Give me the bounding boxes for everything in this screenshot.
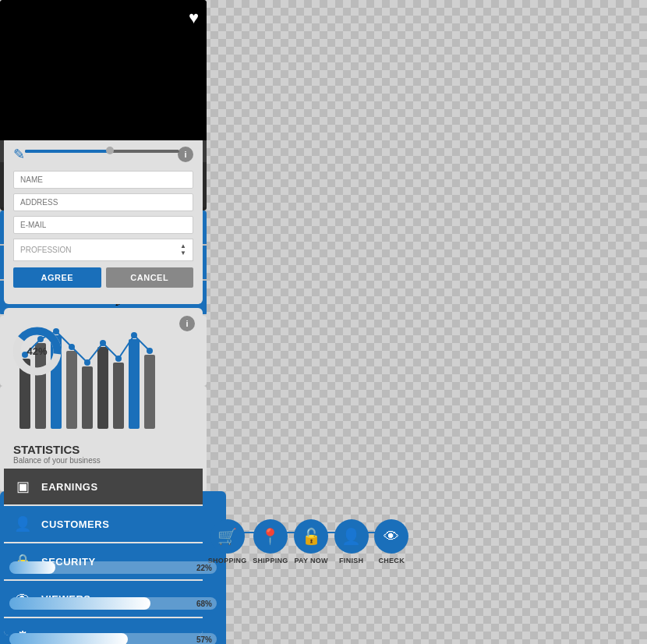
menu-customers-label: CUSTOMERS [41,518,109,530]
bnav-check[interactable]: 👁 CHECK [374,519,408,564]
finish-label: FINISH [339,557,363,564]
donut-chart: 42% [12,326,62,377]
music-pct: 57% [196,635,212,644]
bnav-shopping[interactable]: 🛒 SHOPPING [208,519,247,564]
stats-title: STATISTICS [13,443,193,456]
menu-item-customers[interactable]: 👤 CUSTOMERS [4,506,203,542]
music-progress-track: 57% [9,633,217,644]
donut-label: 42% [27,345,47,357]
shipping-icon-circle[interactable]: 📍 [253,519,288,554]
images-pct: 68% [196,600,212,608]
svg-point-14 [69,344,75,350]
images-progress-track: 68% [9,597,217,610]
email-field[interactable] [13,216,193,234]
bottom-nav: 🛒 SHOPPING 📍 SHIPPING 🔓 PAY NOW 👤 FINISH… [205,515,412,569]
profession-placeholder: PROFESSION [20,246,72,254]
stats-subtitle: Balance of your business [13,456,193,465]
bnav-paynow[interactable]: 🔓 PAY NOW [294,519,328,564]
paynow-icon-circle[interactable]: 🔓 [294,519,328,554]
music-progress-fill [9,633,128,644]
form-edit-icon: ✎ [13,146,25,163]
paynow-label: PAY NOW [294,557,327,564]
name-field[interactable] [13,171,193,189]
video-screen[interactable]: ♥ [0,0,207,140]
form-panel: ✎ i PROFESSION ▲▼ AGREE CANCEL [4,136,203,304]
info-icon[interactable]: i [178,147,193,162]
bnav-shipping[interactable]: 📍 SHIPPING [253,519,288,564]
shipping-label: SHIPPING [253,557,288,564]
svg-rect-5 [66,351,77,429]
media-progress-fill [9,561,55,574]
svg-point-17 [115,356,122,362]
svg-rect-8 [113,363,124,429]
shopping-icon-circle[interactable]: 🛒 [210,519,245,554]
person-icon: 👤 [13,515,32,533]
progress-fill [25,150,110,153]
svg-point-18 [131,332,137,338]
progress-dot [106,147,114,154]
svg-rect-7 [97,347,108,429]
svg-rect-6 [82,366,93,429]
video-progress-bar[interactable] [25,150,179,153]
check-nav-label: CHECK [378,557,405,564]
check-icon-circle[interactable]: 👁 [374,519,408,554]
menu-earnings-label: EARNINGS [41,481,98,493]
svg-point-19 [147,348,153,354]
folder-icon: ▣ [13,478,32,495]
heart-icon[interactable]: ♥ [189,8,199,28]
media-pct: 22% [196,564,212,572]
svg-rect-10 [144,355,155,429]
svg-point-15 [84,359,90,366]
address-field[interactable] [13,193,193,211]
menu-item-earnings[interactable]: ▣ EARNINGS [4,469,203,504]
media-progress-track: 22% [9,561,217,574]
profession-field[interactable]: PROFESSION ▲▼ [13,239,193,261]
svg-point-16 [100,340,106,346]
cancel-button[interactable]: CANCEL [106,267,194,288]
bnav-finish[interactable]: 👤 FINISH [334,519,369,564]
agree-button[interactable]: AGREE [13,267,101,288]
svg-rect-9 [129,339,140,429]
images-progress-fill [9,597,150,610]
finish-icon-circle[interactable]: 👤 [334,519,369,554]
